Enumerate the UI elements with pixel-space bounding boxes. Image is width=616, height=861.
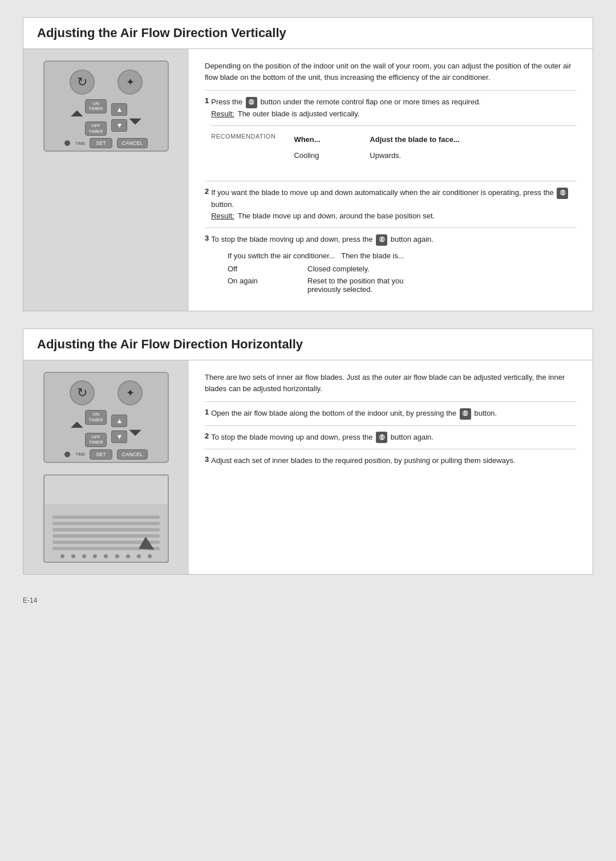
s2-arrow-left-icon: ◢ [68,421,84,437]
step3-text-after: button again. [388,235,433,243]
s2-step2-num: 2 [205,432,209,444]
section1-step1: 1 Press the ➇ button under the remote co… [205,96,577,175]
s2-step3-num: 3 [205,455,209,466]
section2-step3: 3 Adjust each set of inner blades to the… [205,455,577,466]
section1-step3: 3 To stop the blade moving up and down, … [205,234,577,246]
step2-num: 2 [205,187,209,222]
section2-intro: There are two sets of inner air flow bla… [205,372,577,395]
section1-step2: 2 If you want the blade to move up and d… [205,187,577,222]
recommendation-label: Recommendation [211,132,285,170]
step2-text-before: If you want the blade to move up and dow… [211,188,556,197]
s2-step1-content: Open the air flow blade along the bottom… [211,408,577,420]
section2-step2: 2 To stop the blade moving up and down, … [205,432,577,444]
recommendation-table: When... Adjust the blade to face... Cool… [289,132,577,164]
s2-step1-text-before: Open the air flow blade along the bottom… [211,409,459,417]
switch-table: If you switch the air conditioner... The… [228,251,577,294]
step1-num: 1 [205,96,209,175]
step2-text-after: button. [211,200,234,209]
section2-right-panel: There are two sets of inner air flow bla… [189,360,593,574]
switch-state-on: On again [228,277,296,294]
s2-arrow-right-icon: ◢ [128,421,144,437]
arrow-down-btn: ▼ [111,119,127,132]
step2-btn-icon: ➇ [557,188,568,199]
s2-step1-text-after: button. [472,409,497,417]
s2-cancel-btn: CANCEL [117,449,148,460]
switch-row-off: Off Closed completely. [228,265,577,273]
vent-3 [52,528,160,531]
section1-right-panel: Depending on the position of the indoor … [189,49,593,311]
section2-content: ↻ ✦ ◢ ONTIMER OFFTIMER ▲ ▼ [23,360,593,574]
step1-btn-icon: ➇ [246,97,257,108]
s2-time-label: TIME [76,452,86,456]
arrow-left-icon: ◢ [68,109,84,125]
s2-on-timer-btn: ONTIMER [85,410,107,424]
rec-when-header: When... [289,132,365,148]
section2-remote-image: ↻ ✦ ◢ ONTIMER OFFTIMER ▲ ▼ [43,372,169,463]
step3-btn-icon: ➇ [376,234,387,246]
set-btn: SET [90,138,112,148]
s2-step2-text-after: button again. [388,433,433,441]
screw-3 [82,554,86,558]
s2-step2-content: To stop the blade moving up and down, pr… [211,432,577,444]
recommendation-row: Recommendation When... Adjust the blade … [211,132,577,170]
step2-result-text: The blade move up and down, around the b… [238,210,435,222]
section2-title: Adjusting the Air Flow Direction Horizon… [23,329,593,360]
step1-result-label: Result: [211,108,234,120]
screw-8 [137,554,141,558]
time-label: TIME [76,141,86,145]
screw-6 [115,554,119,558]
s2-step2-text-before: To stop the blade moving up and down, pr… [211,433,375,441]
section2-step1: 1 Open the air flow blade along the bott… [205,408,577,420]
screw-1 [60,554,64,558]
section1-left-panel: ↻ ✦ ◢ ONTIMER OFFTIMER ▲ ▼ [23,49,189,311]
vent-1 [52,515,160,519]
section1-title: Adjusting the Air Flow Direction Vertica… [23,18,593,49]
page: Adjusting the Air Flow Direction Vertica… [0,0,616,861]
vent-2 [52,522,160,525]
step3-num: 3 [205,234,209,246]
screw-2 [71,554,75,558]
s2-step3-content: Adjust each set of inner blades to the r… [211,455,577,466]
section1-intro: Depending on the position of the indoor … [205,60,577,83]
switch-state-off: Off [228,265,296,273]
fan-icon: ✦ [117,70,143,95]
step2-result: Result: The blade move up and down, arou… [211,210,577,222]
s2-step2-btn-icon: ➇ [376,432,387,443]
step2-result-label: Result: [211,210,234,222]
screw-7 [126,554,130,558]
step1-result: Result: The outer blade is adjusted vert… [211,108,577,120]
step1-text-after: button under the remote control flap one… [258,98,481,106]
page-number: E-14 [23,596,37,604]
arrow-up-btn: ▲ [111,103,127,116]
switch-result-on: Reset to the position that youpreviously… [307,277,577,294]
screw-5 [104,554,108,558]
on-timer-btn: ONTIMER [85,99,107,113]
s2-step1-num: 1 [205,408,209,420]
off-timer-btn: OFFTIMER [85,121,107,136]
ac-top [44,476,168,504]
section1-box: Adjusting the Air Flow Direction Vertica… [23,17,593,311]
section1-content: ↻ ✦ ◢ ONTIMER OFFTIMER ▲ ▼ [23,49,593,311]
switch-intro-part1: If you switch the air conditioner... The… [228,251,404,260]
blade-icon: ↻ [70,70,95,95]
switch-result-off: Closed completely. [307,265,577,273]
switch-row-on: On again Reset to the position that youp… [228,277,577,294]
rec-adjustment: Upwards. [365,148,577,164]
step3-content: To stop the blade moving up and down, pr… [211,234,577,246]
rec-condition: Cooling [289,148,365,164]
switch-intro: If you switch the air conditioner... The… [228,251,577,260]
s2-off-timer-btn: OFFTIMER [85,433,107,447]
screw-9 [148,554,152,558]
s2-fan-icon: ✦ [117,380,143,405]
remote-control-image: ↻ ✦ ◢ ONTIMER OFFTIMER ▲ ▼ [43,60,169,152]
screw-4 [93,554,97,558]
arrow-right-icon: ◢ [128,109,144,125]
page-footer: E-14 [23,592,593,604]
step3-text-before: To stop the blade moving up and down, pr… [211,235,375,243]
ac-screw-row [44,554,168,558]
s2-time-dot [64,452,70,457]
s2-step1-btn-icon: ➇ [460,408,471,420]
section2-box: Adjusting the Air Flow Direction Horizon… [23,328,593,575]
cancel-btn: CANCEL [117,138,148,148]
step1-result-text: The outer blade is adjusted vertically. [238,108,360,120]
